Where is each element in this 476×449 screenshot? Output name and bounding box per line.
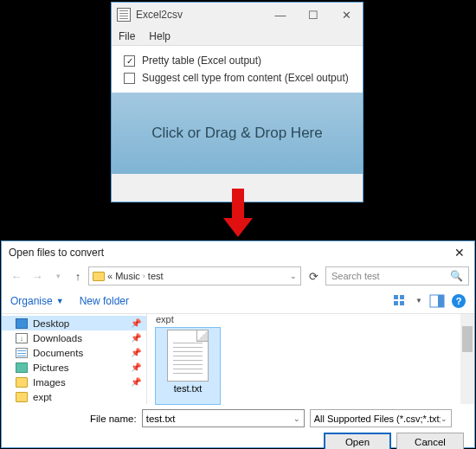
text-file-icon: [167, 330, 209, 382]
option-pretty-table[interactable]: ✓ Pretty table (Excel output): [124, 55, 351, 67]
dialog-title: Open files to convert: [9, 247, 452, 259]
column-header[interactable]: expt: [156, 314, 174, 324]
search-icon: 🔍: [450, 270, 463, 282]
pin-icon: 📌: [131, 362, 141, 372]
file-list[interactable]: expt test.txt: [147, 314, 474, 404]
option-label: Pretty table (Excel output): [142, 55, 261, 67]
scrollbar[interactable]: [460, 314, 474, 404]
svg-rect-2: [394, 301, 398, 305]
file-type-filter[interactable]: All Supported Files (*.csv;*.txt;*. ⌄: [310, 409, 452, 427]
downloads-icon: [16, 333, 28, 343]
view-thumbnails-icon[interactable]: [393, 294, 408, 308]
pin-icon: 📌: [131, 377, 141, 387]
svg-rect-3: [400, 301, 404, 305]
pictures-icon: [16, 362, 28, 373]
sidebar-item-downloads[interactable]: Downloads📌: [2, 330, 146, 345]
new-folder-button[interactable]: New folder: [80, 295, 129, 307]
sidebar-item-documents[interactable]: Documents📌: [2, 345, 146, 360]
open-file-dialog: Open files to convert ✕ ← → ▾ ↑ « Music …: [1, 241, 475, 448]
minimize-button[interactable]: —: [264, 3, 297, 27]
organise-button[interactable]: Organise ▼: [10, 295, 64, 307]
file-name-input[interactable]: test.txt ⌄: [142, 409, 305, 427]
scrollbar-thumb[interactable]: [462, 326, 473, 352]
dialog-titlebar[interactable]: Open files to convert ✕: [2, 241, 474, 264]
breadcrumb-seg[interactable]: test: [148, 271, 164, 281]
file-name-label: test.txt: [156, 383, 220, 395]
documents-icon: [16, 348, 28, 358]
svg-rect-1: [400, 295, 404, 299]
chevron-right-icon: ›: [143, 272, 145, 280]
chevron-down-icon[interactable]: ⌄: [290, 272, 297, 280]
drop-zone[interactable]: Click or Drag & Drop Here: [112, 93, 363, 174]
folder-icon: [16, 377, 28, 388]
app-title: Excel2csv: [136, 9, 264, 21]
sidebar-item-expt[interactable]: expt: [2, 389, 146, 404]
folder-icon: [16, 392, 28, 402]
search-placeholder: Search test: [331, 271, 380, 281]
nav-forward-button[interactable]: →: [28, 270, 47, 283]
checkbox-icon: [124, 73, 135, 84]
sidebar-item-desktop[interactable]: Desktop📌: [2, 316, 146, 330]
pin-icon: 📌: [131, 348, 141, 357]
close-button[interactable]: ✕: [330, 3, 363, 27]
pin-icon: 📌: [131, 333, 141, 343]
chevron-down-icon: ▼: [56, 297, 64, 305]
app-window: Excel2csv — ☐ ✕ File Help ✓ Pretty table…: [111, 2, 363, 202]
pin-icon: 📌: [131, 318, 141, 328]
maximize-button[interactable]: ☐: [297, 3, 330, 27]
file-name-label: File name:: [90, 414, 137, 424]
cancel-button[interactable]: Cancel: [396, 433, 464, 449]
folder-icon: [93, 272, 105, 281]
help-icon[interactable]: ?: [452, 294, 466, 308]
sidebar: Desktop📌 Downloads📌 Documents📌 Pictures📌…: [2, 314, 147, 404]
app-icon: [117, 8, 131, 22]
arrow-graphic: [223, 189, 253, 242]
chevron-down-icon: ⌄: [441, 414, 447, 423]
svg-rect-0: [394, 295, 398, 299]
menu-help[interactable]: Help: [149, 30, 170, 42]
breadcrumb-seg[interactable]: Music: [115, 271, 140, 281]
refresh-button[interactable]: ⟳: [303, 270, 324, 283]
menu-file[interactable]: File: [119, 30, 135, 42]
search-input[interactable]: Search test 🔍: [325, 266, 469, 285]
desktop-icon: [16, 318, 28, 329]
svg-rect-5: [438, 295, 444, 307]
chevron-down-icon[interactable]: ▼: [415, 297, 422, 305]
option-suggest-cell-type[interactable]: Suggest cell type from content (Excel ou…: [124, 72, 351, 84]
sidebar-item-images[interactable]: Images📌: [2, 375, 146, 389]
close-icon[interactable]: ✕: [452, 246, 467, 260]
nav-back-button[interactable]: ←: [7, 270, 26, 283]
open-button[interactable]: Open: [324, 433, 391, 449]
preview-pane-icon[interactable]: [429, 294, 445, 308]
nav-up-button[interactable]: ↑: [69, 270, 87, 283]
sidebar-item-pictures[interactable]: Pictures📌: [2, 360, 146, 375]
checkbox-icon: ✓: [124, 55, 135, 67]
breadcrumb[interactable]: « Music › test ⌄: [88, 266, 301, 285]
titlebar[interactable]: Excel2csv — ☐ ✕: [112, 3, 363, 27]
file-item[interactable]: test.txt: [156, 328, 220, 404]
chevron-down-icon[interactable]: ⌄: [293, 414, 300, 423]
chevron-down-icon[interactable]: ▾: [48, 272, 68, 280]
option-label: Suggest cell type from content (Excel ou…: [142, 72, 349, 84]
menu-bar: File Help: [112, 27, 363, 46]
